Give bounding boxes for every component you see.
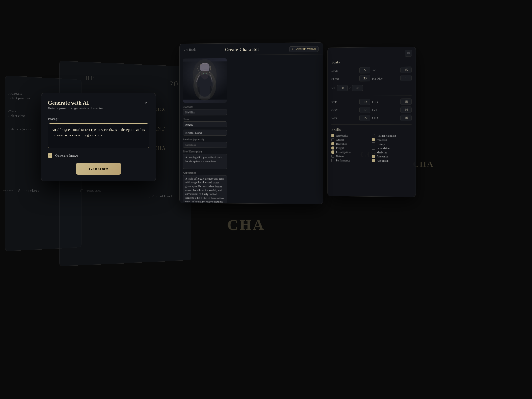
skill-medicine: Medicine	[372, 151, 412, 154]
skill-athletics: Athletics	[372, 138, 412, 141]
generate-image-row: ✓ Generate Image	[48, 153, 149, 158]
animal-handling-label: Animal Handling	[377, 134, 396, 137]
acrobatics-checkbox[interactable]	[331, 134, 334, 137]
pronouns-value[interactable]: He/Him	[183, 109, 227, 115]
int-label: INT	[372, 108, 377, 111]
performance-checkbox[interactable]	[331, 159, 334, 162]
level-value[interactable]: 5	[359, 67, 370, 73]
class-value[interactable]: Rogue	[183, 121, 227, 127]
dex-value[interactable]: 18	[400, 98, 411, 105]
copy-icon: ⧉	[407, 51, 410, 55]
bg-level-number: 20	[169, 79, 178, 88]
generate-image-checkbox[interactable]: ✓	[48, 153, 52, 158]
deception-label: Deception	[336, 142, 347, 145]
cha-label: CHA	[372, 116, 378, 119]
hp-label: HP	[331, 86, 335, 90]
athletics-checkbox[interactable]	[372, 138, 375, 141]
history-label: History	[377, 142, 385, 145]
hp-max-value[interactable]: 38	[352, 85, 363, 91]
con-value[interactable]: 12	[359, 107, 370, 113]
modal-title: Generate with AI	[48, 100, 104, 106]
back-button[interactable]: ‹ < Back	[184, 48, 196, 52]
cha-value[interactable]: 16	[400, 115, 411, 121]
medicine-label: Medicine	[377, 151, 387, 154]
subclass-value[interactable]: Subclass	[183, 142, 227, 148]
deception-checkbox[interactable]	[331, 142, 334, 145]
skill-animal-handling: Animal Handling	[372, 134, 412, 137]
alignment-value[interactable]: Neutral Good	[183, 130, 227, 136]
bg-acrobatics-item: Acrobatics	[80, 188, 101, 193]
medicine-checkbox[interactable]	[372, 151, 375, 154]
investigation-checkbox[interactable]	[331, 150, 334, 154]
generate-button[interactable]: Generate	[76, 163, 121, 175]
bg-select-class-left: Select class	[8, 114, 32, 118]
hp-current-value[interactable]: 38	[337, 85, 348, 91]
bg-subclass-label: Subclass (option	[8, 127, 32, 131]
skill-insight: Insight	[331, 146, 371, 150]
arcana-checkbox[interactable]	[331, 138, 334, 141]
ac-value[interactable]: 15	[400, 67, 411, 73]
skills-grid: Acrobatics Animal Handling Arcana Athlet…	[328, 134, 416, 162]
skill-investigation: Investigation	[331, 150, 371, 154]
wis-value[interactable]: 15	[359, 115, 370, 121]
back-label: < Back	[186, 48, 196, 52]
pronouns-field: Pronouns He/Him	[183, 105, 227, 115]
modal-close-button[interactable]: ×	[143, 100, 149, 106]
skill-history: History	[372, 142, 412, 146]
appearance-text[interactable]: A male elf rogue. Slender and agile with…	[183, 175, 227, 203]
back-icon: ‹	[184, 48, 185, 52]
bg-int-label: INT	[155, 126, 165, 132]
hit-dice-label: Hit Dice	[372, 76, 383, 80]
bg-hp-label: HP	[85, 74, 94, 81]
hit-dice-row: Hit Dice 1	[372, 75, 412, 81]
subclass-field: Subclass (optional) Subclass	[183, 138, 227, 148]
modal-title-text: Generate with AI Enter a prompt to gener…	[48, 100, 104, 115]
skill-intimidation: Intimidation	[372, 147, 412, 150]
generate-ai-button[interactable]: ✦ Generate With AI	[289, 46, 319, 52]
intimidation-checkbox[interactable]	[372, 147, 375, 150]
str-row: STR 10	[331, 99, 370, 105]
modal-header: Generate with AI Enter a prompt to gener…	[48, 100, 149, 115]
hit-dice-value[interactable]: 1	[400, 75, 411, 81]
level-row: Level 5	[331, 67, 370, 74]
stats-panel-header: ⧉	[328, 47, 416, 60]
bg-select-pronoun: Select pronoun	[8, 96, 32, 100]
class-field: Class Rogue	[183, 117, 227, 127]
nature-checkbox[interactable]	[331, 155, 334, 158]
stats-title: Stats	[328, 59, 416, 67]
stats-grid: Level 5 AC 15 Speed 30 Hit Dice 1	[328, 67, 416, 82]
skill-nature: Nature	[331, 155, 371, 158]
speed-label: Speed	[331, 77, 339, 80]
bg-cha-large-label: CHA	[413, 159, 434, 169]
int-value[interactable]: 14	[400, 107, 411, 113]
pronouns-label: Pronouns	[183, 105, 227, 108]
str-value[interactable]: 10	[359, 99, 370, 105]
animal-handling-checkbox[interactable]	[372, 134, 375, 137]
description-label: Brief Description	[183, 150, 227, 153]
bg-cha-center-large-label: CHA	[227, 216, 265, 234]
panel-title: Create Character	[198, 47, 287, 52]
prompt-label: Prompt	[48, 117, 149, 121]
intimidation-label: Intimidation	[377, 147, 390, 150]
persuasion-label: Persuasion	[377, 159, 388, 162]
dex-label: DEX	[372, 100, 378, 103]
class-label: Class	[183, 117, 227, 121]
speed-value[interactable]: 30	[359, 75, 370, 81]
con-label: CON	[331, 108, 338, 112]
history-checkbox[interactable]	[372, 142, 375, 145]
stats-panel: ⧉ Stats Level 5 AC 15 Speed 30 Hit Dice …	[327, 47, 416, 197]
description-text[interactable]: A cunning elf rogue with a knack for dec…	[183, 154, 227, 169]
bg-pronouns-label: Pronouns	[8, 91, 32, 96]
speed-row: Speed 30	[331, 75, 370, 82]
stats-divider	[331, 95, 412, 96]
insight-checkbox[interactable]	[331, 146, 334, 149]
dex-row: DEX 18	[372, 98, 412, 105]
prompt-textarea[interactable]: An elf rogue named Maenor, who specializ…	[48, 123, 149, 148]
level-label: Level	[331, 69, 338, 72]
character-sheet-panel: ‹ < Back Create Character ✦ Generate Wit…	[179, 42, 323, 204]
perception-checkbox[interactable]	[372, 155, 375, 158]
athletics-label: Athletics	[377, 138, 387, 141]
ai-modal: Generate with AI Enter a prompt to gener…	[41, 93, 156, 181]
copy-button[interactable]: ⧉	[405, 50, 412, 56]
persuasion-checkbox[interactable]	[372, 159, 375, 162]
